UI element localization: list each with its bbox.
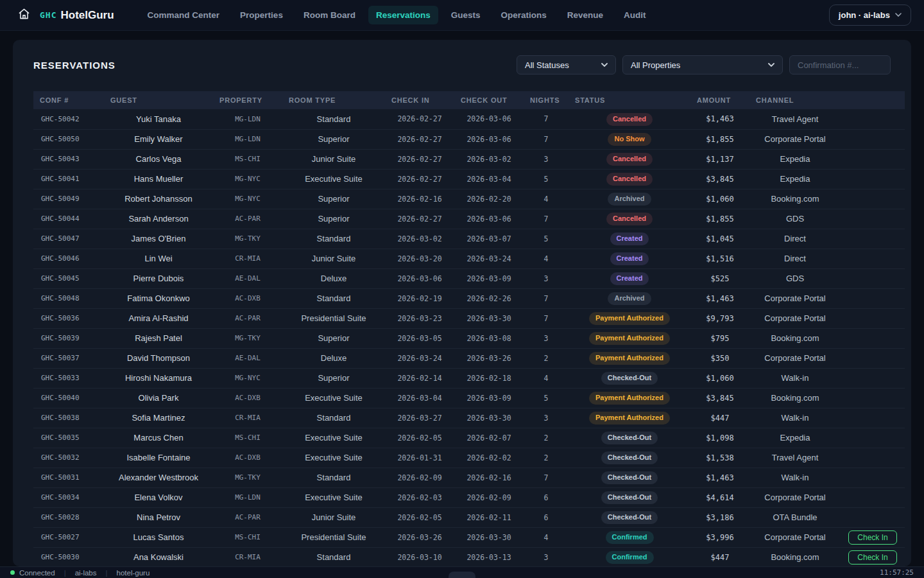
check-in-button[interactable]: Check In	[848, 530, 896, 545]
table-row[interactable]: GHC-50038Sofia MartinezCR-MIAStandard202…	[33, 408, 905, 428]
table-row[interactable]: GHC-50046Lin WeiCR-MIAJunior Suite2026-0…	[33, 249, 905, 268]
cell-amount: $3,186	[690, 507, 749, 527]
cell-action	[841, 109, 905, 129]
nav-item-revenue[interactable]: Revenue	[560, 6, 611, 24]
cell-nights: 3	[524, 408, 569, 428]
table-row[interactable]: GHC-50045Pierre DuboisAE-DALDeluxe2026-0…	[33, 268, 905, 288]
cell-checkout: 2026-03-13	[454, 547, 524, 566]
table-row[interactable]: GHC-50047James O'BrienMG-TKYStandard2026…	[33, 229, 905, 249]
cell-conf: GHC-50028	[33, 507, 104, 527]
table-row[interactable]: GHC-50027Lucas SantosMS-CHIPresidential …	[33, 527, 905, 547]
cell-room: Superior	[282, 368, 385, 388]
cell-room: Deluxe	[282, 268, 385, 288]
table-row[interactable]: GHC-50035Marcus ChenMS-CHIExecutive Suit…	[33, 428, 905, 448]
cell-amount: $4,614	[690, 487, 749, 507]
table-row[interactable]: GHC-50034Elena VolkovMG-LDNExecutive Sui…	[33, 487, 905, 507]
cell-checkin: 2026-02-05	[385, 507, 454, 527]
cell-channel: Corporate Portal	[749, 129, 841, 149]
cell-channel: Walk-in	[749, 368, 841, 388]
chevron-down-icon	[768, 60, 774, 70]
cell-channel: Corporate Portal	[749, 308, 841, 328]
cell-amount: $1,463	[690, 468, 749, 487]
table-row[interactable]: GHC-50037David ThompsonAE-DALDeluxe2026-…	[33, 348, 905, 368]
table-row[interactable]: GHC-50030Ana KowalskiCR-MIAStandard2026-…	[33, 547, 905, 566]
cell-action	[841, 388, 905, 408]
cell-status: Checked-Out	[569, 468, 690, 487]
cell-checkout: 2026-03-30	[454, 308, 524, 328]
status-badge: Created	[610, 252, 649, 265]
table-row[interactable]: GHC-50032Isabelle FontaineAC-DXBExecutiv…	[33, 448, 905, 468]
cell-nights: 7	[524, 308, 569, 328]
clock: 11:57:25	[880, 568, 914, 577]
check-in-button[interactable]: Check In	[848, 550, 896, 565]
table-row[interactable]: GHC-50040Olivia ParkAC-DXBExecutive Suit…	[33, 388, 905, 408]
cell-checkin: 2026-02-27	[385, 209, 454, 229]
table-row[interactable]: GHC-50050Emily WalkerMG-LDNSuperior2026-…	[33, 129, 905, 149]
status-filter-select[interactable]: All Statuses	[517, 55, 616, 74]
table-row[interactable]: GHC-50031Alexander WestbrookMG-TKYStanda…	[33, 468, 905, 487]
nav-item-command-center[interactable]: Command Center	[140, 6, 228, 24]
table-row[interactable]: GHC-50043Carlos VegaMS-CHIJunior Suite20…	[33, 149, 905, 169]
cell-checkout: 2026-03-24	[454, 249, 524, 268]
table-row[interactable]: GHC-50039Rajesh PatelMG-TKYSuperior2026-…	[33, 328, 905, 348]
home-button[interactable]	[13, 4, 35, 26]
nav-item-operations[interactable]: Operations	[493, 6, 554, 24]
cell-nights: 4	[524, 368, 569, 388]
cell-action	[841, 268, 905, 288]
status-badge: Cancelled	[606, 173, 653, 186]
cell-property: AC-DXB	[213, 388, 282, 408]
cell-checkout: 2026-02-26	[454, 288, 524, 308]
nav-item-reservations[interactable]: Reservations	[368, 6, 438, 24]
table-row[interactable]: GHC-50044Sarah AndersonAC-PARSuperior202…	[33, 209, 905, 229]
scroll-indicator[interactable]	[449, 572, 475, 578]
nav-item-room-board[interactable]: Room Board	[296, 6, 363, 24]
brand[interactable]: GHC HotelGuru	[40, 9, 114, 22]
org-label: ai-labs	[75, 569, 97, 577]
cell-room: Standard	[282, 547, 385, 566]
cell-status: Payment Authorized	[569, 348, 690, 368]
table-row[interactable]: GHC-50033Hiroshi NakamuraMG-NYCSuperior2…	[33, 368, 905, 388]
cell-checkout: 2026-03-09	[454, 268, 524, 288]
cell-checkout: 2026-03-06	[454, 209, 524, 229]
cell-conf: GHC-50042	[33, 109, 104, 129]
cell-guest: James O'Brien	[104, 229, 213, 249]
nav-item-properties[interactable]: Properties	[232, 6, 291, 24]
column-header: STATUS	[569, 91, 690, 109]
cell-guest: Elena Volkov	[104, 487, 213, 507]
cell-action	[841, 149, 905, 169]
cell-conf: GHC-50043	[33, 149, 104, 169]
cell-property: MG-NYC	[213, 169, 282, 189]
cell-nights: 6	[524, 487, 569, 507]
cell-channel: Booking.com	[749, 547, 841, 566]
cell-property: AC-DXB	[213, 288, 282, 308]
table-row[interactable]: GHC-50041Hans MuellerMG-NYCExecutive Sui…	[33, 169, 905, 189]
cell-checkin: 2026-03-02	[385, 229, 454, 249]
app-label: hotel-guru	[117, 569, 150, 577]
cell-channel: GDS	[749, 209, 841, 229]
table-row[interactable]: GHC-50036Amira Al-RashidAC-PARPresidenti…	[33, 308, 905, 328]
table-row[interactable]: GHC-50048Fatima OkonkwoAC-DXBStandard202…	[33, 288, 905, 308]
table-row[interactable]: GHC-50028Nina PetrovAC-PARJunior Suite20…	[33, 507, 905, 527]
cell-action	[841, 507, 905, 527]
cell-nights: 2	[524, 448, 569, 468]
nav-item-guests[interactable]: Guests	[443, 6, 488, 24]
cell-guest: Hans Mueller	[104, 169, 213, 189]
user-menu-button[interactable]: john · ai-labs	[829, 4, 911, 26]
cell-room: Superior	[282, 189, 385, 209]
cell-amount: $1,516	[690, 249, 749, 268]
nav-item-audit[interactable]: Audit	[616, 6, 654, 24]
cell-amount: $9,793	[690, 308, 749, 328]
confirmation-search-input[interactable]	[789, 55, 891, 74]
cell-room: Executive Suite	[282, 169, 385, 189]
table-row[interactable]: GHC-50042Yuki TanakaMG-LDNStandard2026-0…	[33, 109, 905, 129]
cell-amount: $447	[690, 547, 749, 566]
cell-status: Payment Authorized	[569, 408, 690, 428]
cell-room: Executive Suite	[282, 487, 385, 507]
filters: All Statuses All Properties	[517, 55, 891, 74]
cell-checkin: 2026-02-14	[385, 368, 454, 388]
cell-channel: Walk-in	[749, 408, 841, 428]
cell-nights: 5	[524, 169, 569, 189]
property-filter-select[interactable]: All Properties	[622, 55, 783, 74]
cell-channel: Corporate Portal	[749, 527, 841, 547]
table-row[interactable]: GHC-50049Robert JohanssonMG-NYCSuperior2…	[33, 189, 905, 209]
